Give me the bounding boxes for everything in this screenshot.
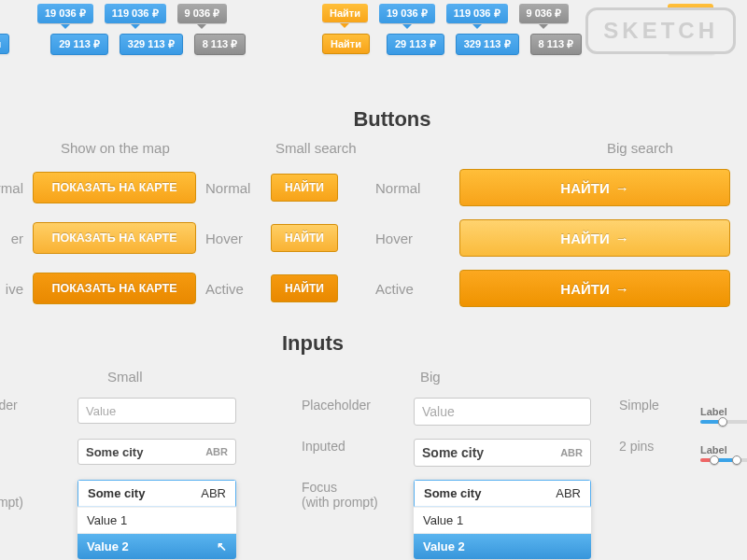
slider-label: Label [700,406,747,417]
price-tag[interactable]: 8 113 ₽ [194,34,247,55]
tag-row-right: Найти 29 113 ₽ 329 113 ₽ 8 113 ₽ [322,0,582,55]
col-header-big: Big [420,369,616,385]
state-label: er [0,231,33,246]
slider-track[interactable] [700,420,747,424]
state-label: Hover [366,231,459,246]
sliders-area: Label Label [644,406,747,462]
buttons-showcase: Show on the map Small search Big search … [0,140,747,307]
price-tag[interactable]: 8 113 ₽ [530,34,583,55]
partial-tag[interactable]: ти [0,34,9,54]
dropdown-option-selected[interactable]: Value 2↖ [78,533,236,559]
state-label: Active [196,281,271,297]
input-column-headers: Small Big [0,369,747,385]
arrow-icon: → [615,281,629,297]
dropdown-input[interactable]: Some cityABR [414,480,591,507]
col-header-big-search: Big search [607,140,673,156]
button-row-normal: rmal ПОКАЗАТЬ НА КАРТЕ Normal НАЙТИ Norm… [0,169,747,206]
section-title-inputs: Inputs [0,331,686,356]
small-text-input[interactable]: Some cityABR [78,439,236,465]
slider-label: Label [700,444,747,455]
button-column-headers: Show on the map Small search Big search [0,140,747,156]
dropdown-option[interactable]: Value 1 [78,507,236,533]
slider-track[interactable] [700,458,747,462]
big-search-button[interactable]: НАЙТИ→ [459,219,730,257]
price-tag[interactable]: 329 113 ₽ [120,34,183,55]
slider-simple: Label [700,406,747,424]
slider-handle[interactable] [710,455,719,465]
big-text-input[interactable]: Value [414,398,591,426]
state-label: Active [366,281,459,297]
row-label: ush prompt) [0,480,78,510]
price-tag[interactable]: 329 113 ₽ [456,34,519,55]
col-header-small: Small [107,369,322,385]
row-label: Placeholder [292,398,414,413]
abbr-badge: ABR [205,446,228,457]
row-label: uted [0,439,78,454]
small-autocomplete-dropdown[interactable]: Some cityABR Value 1 Value 2↖ [78,480,236,559]
input-row-inputed: uted Some cityABR Inputed Some cityABR 2… [0,439,747,467]
state-label: ive [0,281,33,297]
col-header-small-search: Small search [275,140,416,156]
arrow-icon: → [615,231,629,246]
show-on-map-button[interactable]: ПОКАЗАТЬ НА КАРТЕ [33,273,196,304]
state-label: rmal [0,180,33,196]
row-label: Inputed [292,439,414,454]
small-search-button[interactable]: НАЙТИ [271,224,338,252]
sketch-watermark: SKETCH [585,7,736,54]
abbr-badge: ABR [560,447,583,458]
tag-row-left: ти 29 113 ₽ 329 113 ₽ 8 113 ₽ [0,0,246,55]
state-label: Hover [196,231,271,246]
button-row-hover: er ПОКАЗАТЬ НА КАРТЕ Hover НАЙТИ Hover Н… [0,219,747,257]
show-on-map-button[interactable]: ПОКАЗАТЬ НА КАРТЕ [33,172,196,203]
dropdown-input[interactable]: Some cityABR [78,480,236,507]
input-row-placeholder: ceholder Value Placeholder Value Simple [0,398,747,426]
dropdown-option[interactable]: Value 1 [414,507,591,533]
dropdown-option-selected[interactable]: Value 2 [414,533,591,559]
cursor-icon: ↖ [217,539,227,553]
price-tag[interactable]: 29 113 ₽ [387,34,444,55]
slider-handle[interactable] [718,417,727,427]
state-label: Normal [366,180,459,196]
small-search-button[interactable]: НАЙТИ [271,274,338,302]
big-search-button[interactable]: НАЙТИ→ [459,270,730,307]
big-search-button[interactable]: НАЙТИ→ [459,169,730,206]
slider-twopins: Label [700,444,747,462]
show-on-map-button[interactable]: ПОКАЗАТЬ НА КАРТЕ [33,222,196,254]
section-title-buttons: Buttons [19,107,747,132]
state-label: Normal [196,180,271,196]
small-search-button[interactable]: НАЙТИ [271,174,338,202]
inputs-showcase: Small Big ceholder Value Placeholder Val… [0,369,747,559]
input-row-focus: ush prompt) Some cityABR Value 1 Value 2… [0,480,747,559]
big-autocomplete-dropdown[interactable]: Some cityABR Value 1 Value 2 [414,480,591,559]
small-text-input[interactable]: Value [78,398,236,424]
price-tag[interactable]: 29 113 ₽ [50,34,108,55]
arrow-icon: → [615,180,629,196]
slider-handle[interactable] [732,455,741,465]
col-header-map: Show on the map [61,140,257,156]
row-label: Focus(with prompt) [292,480,414,510]
search-tag[interactable]: Найти [322,34,370,54]
row-label: ceholder [0,398,78,413]
button-row-active: ive ПОКАЗАТЬ НА КАРТЕ Active НАЙТИ Activ… [0,270,747,307]
big-text-input[interactable]: Some cityABR [414,439,591,467]
